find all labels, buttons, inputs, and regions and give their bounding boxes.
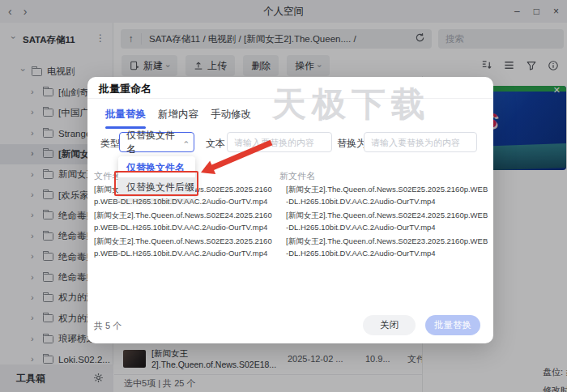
type-label: 类型: [100, 137, 120, 151]
annotation-arrow: [194, 136, 277, 180]
old-file-name: [新闻女王2].The.Queen.of.News.S02E24.2025.21…: [94, 210, 277, 233]
replace-form: 类型 仅替换文件名 › 文本 替换为: [87, 132, 493, 153]
replace-with-label: 替换为: [337, 137, 366, 151]
rename-preview-row: [新闻女王2].The.Queen.of.News.S02E24.2025.21…: [87, 210, 493, 233]
replace-text-input[interactable]: [364, 132, 477, 152]
watermark-text: 天极下载: [272, 82, 431, 127]
batch-replace-button[interactable]: 批量替换: [425, 315, 480, 335]
tab-add-content[interactable]: 新增内容: [158, 108, 198, 129]
new-file-name: [新闻女王2].The.Queen.of.News.S02E25.2025.21…: [286, 184, 490, 207]
dialog-title: 批量重命名: [99, 82, 151, 96]
annotation-highlight-box: [114, 171, 198, 196]
new-file-name: [新闻女王2].The.Queen.of.News.S02E24.2025.21…: [286, 210, 490, 233]
tab-batch-replace[interactable]: 批量替换: [105, 108, 146, 129]
close-button[interactable]: 关闭: [363, 315, 416, 335]
type-select-value: 仅替换文件名: [126, 129, 185, 156]
new-file-name: [新闻女王2].The.Queen.of.News.S02E23.2025.21…: [286, 236, 490, 259]
total-count: 共 5 个: [94, 320, 122, 332]
dialog-header-divider: [87, 98, 493, 99]
chevron-up-icon: ›: [181, 141, 190, 143]
rename-preview-row: [新闻女王2].The.Queen.of.News.S02E23.2025.21…: [87, 236, 493, 259]
type-select[interactable]: 仅替换文件名 ›: [119, 132, 194, 152]
batch-rename-dialog: 批量重命名 天极下载 批量替换 新增内容 手动修改 类型 仅替换文件名 › 文本…: [87, 77, 493, 343]
app-window: ‹ › 个人空间 – □ × › SATA存储11 ⋮ ›电视剧›[仙剑奇侠›[…: [0, 0, 567, 392]
tab-manual-edit[interactable]: 手动修改: [211, 108, 251, 129]
column-new-name: 新文件名: [279, 170, 315, 182]
old-file-name: [新闻女王2].The.Queen.of.News.S02E23.2025.21…: [94, 236, 277, 259]
dialog-tabs: 批量替换 新增内容 手动修改: [105, 108, 251, 129]
